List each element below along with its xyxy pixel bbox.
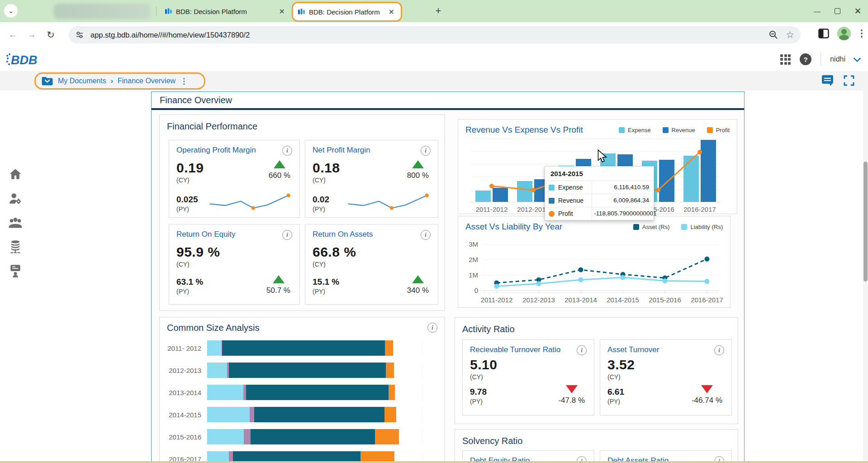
data-store-icon[interactable] bbox=[8, 239, 23, 254]
user-menu-chevron-icon[interactable] bbox=[854, 54, 861, 62]
kpi-cy-value: 0.19 bbox=[176, 160, 204, 176]
kpi-delta: 340 % bbox=[407, 286, 429, 295]
breadcrumb-row: My Documents › Finance Overview ⋮ bbox=[0, 71, 868, 91]
scrollbar-thumb[interactable] bbox=[863, 162, 868, 282]
folder-icon[interactable] bbox=[41, 76, 53, 86]
tab-bdb-inactive[interactable]: BDB: Decision Platform ✕ bbox=[161, 4, 290, 19]
info-icon[interactable]: i bbox=[421, 146, 431, 156]
tab-title: BDB: Decision Platform bbox=[176, 8, 274, 15]
y-tick-label: 2015-2016 bbox=[163, 433, 207, 441]
kpi-title: Return On Assets bbox=[313, 230, 373, 239]
kpi-py-value: 9.78 bbox=[470, 387, 487, 397]
x-tick-label: 2011-2012 bbox=[471, 202, 512, 213]
restore-button[interactable] bbox=[827, 0, 848, 22]
bdb-favicon bbox=[298, 8, 305, 16]
side-panel-icon[interactable] bbox=[818, 29, 829, 38]
info-icon[interactable]: i bbox=[714, 345, 724, 355]
stacked-bar[interactable] bbox=[207, 340, 440, 356]
tab-search-chevron-icon[interactable]: ⌄ bbox=[4, 4, 18, 18]
kpi-cy-label: (CY) bbox=[176, 261, 220, 268]
svg-text:0: 0 bbox=[474, 286, 478, 294]
stacked-bar[interactable] bbox=[207, 429, 440, 444]
apps-grid-icon[interactable] bbox=[780, 54, 791, 65]
profile-avatar[interactable] bbox=[837, 27, 851, 40]
y-tick-label: 2011- 2012 bbox=[163, 344, 207, 352]
tab-close-icon[interactable]: ✕ bbox=[387, 8, 396, 16]
kpi-cy-value: 95.9 % bbox=[176, 244, 220, 260]
solvency-ratio-panel: Solvency Ratio Debt Equity Ratio i Debt … bbox=[455, 429, 738, 463]
trend-up-icon bbox=[273, 275, 285, 283]
legend-swatch-profit bbox=[707, 127, 713, 133]
svg-text:2014-2015: 2014-2015 bbox=[607, 296, 639, 304]
breadcrumb-my-documents[interactable]: My Documents bbox=[58, 77, 106, 85]
tab-bdb-active[interactable]: BDB: Decision Platform ✕ bbox=[292, 2, 402, 22]
bdb-logo: BDB bbox=[5, 52, 51, 67]
svg-text:2013-2014: 2013-2014 bbox=[564, 296, 597, 304]
legend-label: Profit bbox=[716, 127, 730, 134]
kpi-card-return-on-equity: Return On Equity i 95.9 % (CY) 63.1 % (P… bbox=[169, 224, 300, 305]
svg-text:2015-2016: 2015-2016 bbox=[649, 296, 681, 304]
stacked-bar[interactable] bbox=[207, 407, 440, 422]
chart-legend: Asset (Rs) Liability (Rs) bbox=[633, 224, 723, 230]
bar-group[interactable] bbox=[471, 138, 512, 202]
bar-group[interactable] bbox=[679, 138, 721, 202]
tab-title: BDB: Decision Platform bbox=[309, 8, 383, 16]
bookmark-star-icon[interactable]: ☆ bbox=[786, 29, 794, 40]
activity-ratio-panel: Activity Ratio Recievable Turnover Ratio… bbox=[455, 317, 738, 424]
info-icon[interactable]: i bbox=[577, 345, 587, 355]
users-group-icon[interactable] bbox=[8, 215, 23, 230]
address-bar[interactable]: app.stg.bdb.ai/home//#/home/view/1504378… bbox=[69, 26, 801, 43]
info-icon[interactable]: i bbox=[427, 323, 437, 333]
kpi-py-value: 0.02 bbox=[313, 195, 329, 205]
stacked-bar-chart: 2011- 20122012-20132013-20142014-2015201… bbox=[163, 340, 440, 463]
chart-legend: Expense Revenue Profit bbox=[619, 127, 730, 134]
forward-icon[interactable]: → bbox=[25, 29, 38, 41]
chart-tooltip: 2014-2015 Expense 6,116,410.59 Revenue 6… bbox=[545, 166, 654, 220]
tooltip-value: -118,805.79000000001 bbox=[592, 207, 661, 220]
svg-text:2012-2013: 2012-2013 bbox=[522, 296, 555, 304]
info-icon[interactable]: i bbox=[421, 230, 431, 240]
page-content: Finance Overview Financial Performance O… bbox=[30, 91, 868, 463]
kpi-title: Return On Equity bbox=[176, 230, 235, 239]
help-icon[interactable]: ? bbox=[800, 53, 811, 65]
stacked-bar[interactable] bbox=[207, 363, 440, 378]
kpi-delta: -47.8 % bbox=[558, 396, 585, 405]
reload-icon[interactable]: ↻ bbox=[44, 29, 57, 41]
svg-text:2016-2017: 2016-2017 bbox=[691, 296, 723, 304]
trend-up-icon bbox=[274, 160, 285, 168]
url-text: app.stg.bdb.ai/home//#/home/view/1504378… bbox=[90, 31, 768, 39]
presentation-icon[interactable] bbox=[8, 263, 23, 278]
breadcrumb-finance-overview[interactable]: Finance Overview bbox=[118, 77, 175, 85]
close-button[interactable]: ✕ bbox=[848, 0, 868, 22]
breadcrumb-options-icon[interactable]: ⋮ bbox=[180, 76, 188, 86]
kpi-card-return-on-assets: Return On Assets i 66.8 % (CY) 15.1 % (P… bbox=[305, 224, 438, 305]
home-icon[interactable] bbox=[8, 167, 23, 182]
zoom-out-icon[interactable] bbox=[768, 30, 778, 40]
page-scrollbar[interactable] bbox=[863, 71, 868, 463]
info-icon[interactable]: i bbox=[282, 230, 292, 240]
kpi-cy-label: (CY) bbox=[607, 373, 635, 381]
new-tab-button[interactable]: + bbox=[432, 5, 445, 17]
minimize-button[interactable]: — bbox=[807, 0, 827, 22]
svg-text:BDB: BDB bbox=[11, 53, 38, 67]
bottom-edge bbox=[0, 461, 868, 463]
tab-close-icon[interactable]: ✕ bbox=[277, 7, 287, 16]
header-divider bbox=[821, 53, 821, 66]
kpi-cy-label: (CY) bbox=[313, 261, 356, 268]
comments-icon[interactable] bbox=[821, 75, 834, 86]
fullscreen-icon[interactable] bbox=[844, 75, 854, 86]
info-icon[interactable]: i bbox=[282, 146, 292, 156]
legend-swatch-asset bbox=[633, 224, 639, 230]
svg-text:2011-2012: 2011-2012 bbox=[481, 296, 513, 304]
kpi-py-label: (PY) bbox=[176, 288, 203, 295]
user-name[interactable]: nidhi bbox=[830, 55, 845, 63]
stacked-bar[interactable] bbox=[207, 385, 440, 400]
kpi-py-value: 6.61 bbox=[607, 387, 624, 397]
site-info-icon[interactable] bbox=[75, 30, 84, 39]
user-admin-icon[interactable] bbox=[8, 191, 23, 206]
trend-down-icon bbox=[701, 385, 713, 393]
kpi-cy-value: 3.52 bbox=[607, 357, 635, 372]
browser-menu-icon[interactable] bbox=[859, 28, 864, 39]
back-icon[interactable]: ← bbox=[6, 29, 19, 41]
redacted-tab[interactable] bbox=[54, 4, 150, 19]
